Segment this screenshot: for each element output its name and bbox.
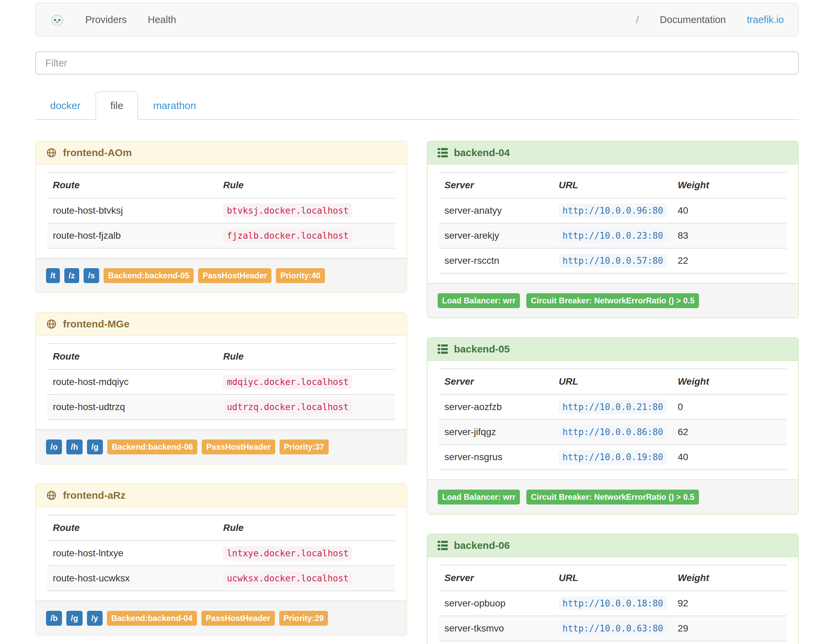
route-row: route-host-lntxye lntxye.docker.localhos… bbox=[47, 541, 395, 566]
rule-value: lntxye.docker.localhost bbox=[223, 546, 352, 560]
server-name: server-updqmo bbox=[439, 641, 553, 644]
server-weight: 40 bbox=[672, 198, 787, 223]
frontend-card-header: frontend-aRz bbox=[36, 484, 407, 507]
route-name: route-host-lntxye bbox=[47, 541, 218, 566]
column-header-rule: Rule bbox=[218, 344, 395, 369]
server-row: server-tksmvo http://10.0.0.63:80 29 bbox=[439, 616, 787, 641]
entrypoint-badge: /s bbox=[84, 268, 99, 283]
entrypoint-badge: /b bbox=[46, 611, 62, 626]
servers-table: Server URL Weight server-anatyy http://1… bbox=[439, 172, 787, 273]
page: Providers Health / Documentation traefik… bbox=[0, 3, 834, 644]
server-row: server-opbuop http://10.0.0.18:80 92 bbox=[439, 591, 787, 616]
column-header-server: Server bbox=[439, 565, 553, 591]
frontend-card-body: Route Rule route-host-lntxye lntxye.dock… bbox=[36, 507, 407, 601]
backend-card-footer: Load Balancer: wrr Circuit Breaker: Netw… bbox=[427, 479, 798, 514]
navbar: Providers Health / Documentation traefik… bbox=[35, 3, 799, 37]
filter-input[interactable] bbox=[35, 52, 799, 74]
nav-health[interactable]: Health bbox=[148, 14, 176, 25]
column-header-route: Route bbox=[47, 515, 218, 541]
server-url: http://10.0.0.19:80 bbox=[559, 450, 667, 464]
passhostheader-badge: PassHostHeader bbox=[201, 611, 275, 626]
frontend-title: frontend-MGe bbox=[63, 318, 129, 330]
list-icon bbox=[438, 148, 448, 157]
frontends-column: frontend-AOm Route Rule route-host-btvks… bbox=[35, 141, 407, 636]
frontend-card-header: frontend-AOm bbox=[36, 142, 407, 165]
nav-providers[interactable]: Providers bbox=[85, 14, 127, 25]
frontend-card-aRz: frontend-aRz Route Rule route-host-lntxy… bbox=[35, 484, 407, 636]
frontend-card-header: frontend-MGe bbox=[36, 313, 407, 336]
backend-ref-badge: Backend:backend-04 bbox=[107, 611, 197, 626]
routes-table: Route Rule route-host-mdqiyc mdqiyc.dock… bbox=[47, 343, 395, 420]
backend-card-footer: Load Balancer: wrr Circuit Breaker: Netw… bbox=[427, 283, 798, 317]
routes-table: Route Rule route-host-btvksj btvksj.dock… bbox=[47, 172, 395, 249]
server-row: server-aozfzb http://10.0.0.21:80 0 bbox=[439, 395, 787, 419]
backend-title: backend-05 bbox=[454, 343, 510, 355]
nav-separator: / bbox=[636, 14, 639, 25]
rule-value: btvksj.docker.localhost bbox=[223, 204, 352, 218]
server-row: server-arekjy http://10.0.0.23:80 83 bbox=[439, 223, 787, 248]
column-header-weight: Weight bbox=[672, 565, 787, 591]
servers-table: Server URL Weight server-opbuop http://1… bbox=[439, 565, 787, 644]
tab-marathon[interactable]: marathon bbox=[138, 91, 211, 120]
rule-value: fjzalb.docker.localhost bbox=[223, 228, 352, 243]
tab-file[interactable]: file bbox=[95, 91, 138, 120]
priority-badge: Priority:29 bbox=[279, 611, 328, 626]
route-row: route-host-udtrzq udtrzq.docker.localhos… bbox=[47, 395, 395, 419]
column-header-server: Server bbox=[439, 369, 553, 395]
routes-table: Route Rule route-host-lntxye lntxye.dock… bbox=[47, 515, 395, 591]
frontend-card-footer: /o /h /g Backend:backend-06 PassHostHead… bbox=[36, 429, 407, 464]
route-name: route-host-btvksj bbox=[47, 198, 218, 223]
globe-icon bbox=[46, 147, 57, 158]
server-name: server-opbuop bbox=[439, 591, 553, 616]
server-url: http://10.0.0.23:80 bbox=[559, 228, 667, 243]
circuit-breaker-badge: Circuit Breaker: NetworkErrorRatio () > … bbox=[526, 293, 698, 308]
load-balancer-badge: Load Balancer: wrr bbox=[438, 490, 520, 505]
column-header-url: URL bbox=[553, 172, 672, 198]
server-weight: 57 bbox=[672, 641, 787, 644]
column-header-weight: Weight bbox=[672, 369, 787, 395]
server-weight: 40 bbox=[672, 445, 787, 469]
column-header-route: Route bbox=[47, 172, 218, 198]
server-weight: 62 bbox=[672, 419, 787, 445]
backend-card-header: backend-05 bbox=[427, 338, 798, 361]
frontend-card-footer: /b /g /y Backend:backend-04 PassHostHead… bbox=[36, 601, 407, 635]
servers-table: Server URL Weight server-aozfzb http://1… bbox=[439, 368, 787, 470]
server-name: server-aozfzb bbox=[439, 395, 553, 419]
backend-card-06: backend-06 Server URL Weight server-opbu… bbox=[427, 534, 799, 644]
frontend-card-MGe: frontend-MGe Route Rule route-host-mdqiy… bbox=[35, 312, 407, 464]
globe-icon bbox=[46, 319, 57, 330]
traefik-logo-icon bbox=[50, 13, 64, 27]
column-header-url: URL bbox=[553, 369, 672, 395]
backend-card-05: backend-05 Server URL Weight server-aozf… bbox=[427, 337, 799, 515]
frontend-title: frontend-aRz bbox=[63, 490, 126, 501]
server-weight: 0 bbox=[672, 395, 787, 419]
backend-ref-badge: Backend:backend-05 bbox=[103, 268, 194, 283]
route-name: route-host-udtrzq bbox=[47, 395, 218, 419]
list-icon bbox=[438, 541, 448, 550]
column-header-server: Server bbox=[439, 172, 553, 198]
nav-documentation[interactable]: Documentation bbox=[660, 14, 726, 25]
server-name: server-rscctn bbox=[439, 248, 553, 273]
column-header-url: URL bbox=[553, 565, 672, 591]
server-url: http://10.0.0.18:80 bbox=[559, 596, 667, 610]
backend-ref-badge: Backend:backend-06 bbox=[107, 440, 197, 455]
server-url: http://10.0.0.86:80 bbox=[559, 425, 667, 439]
column-header-rule: Rule bbox=[218, 515, 395, 541]
server-name: server-nsgrus bbox=[439, 445, 553, 469]
server-name: server-jifqgz bbox=[439, 419, 553, 445]
server-name: server-tksmvo bbox=[439, 616, 553, 641]
priority-badge: Priority:37 bbox=[280, 440, 329, 455]
route-row: route-host-mdqiyc mdqiyc.docker.localhos… bbox=[47, 369, 395, 395]
route-name: route-host-ucwksx bbox=[47, 566, 218, 591]
entrypoint-badge: /t bbox=[46, 268, 60, 283]
column-header-route: Route bbox=[47, 344, 218, 369]
nav-traefik-io[interactable]: traefik.io bbox=[747, 14, 784, 25]
server-row: server-updqmo http://10.0.0.83:80 57 bbox=[439, 641, 787, 644]
server-name: server-anatyy bbox=[439, 198, 553, 223]
server-row: server-nsgrus http://10.0.0.19:80 40 bbox=[439, 445, 787, 469]
navbar-left: Providers Health bbox=[50, 13, 176, 27]
rule-value: udtrzq.docker.localhost bbox=[223, 400, 352, 414]
route-row: route-host-ucwksx ucwksx.docker.localhos… bbox=[47, 566, 395, 591]
backend-card-header: backend-06 bbox=[427, 534, 798, 557]
tab-docker[interactable]: docker bbox=[35, 91, 95, 120]
